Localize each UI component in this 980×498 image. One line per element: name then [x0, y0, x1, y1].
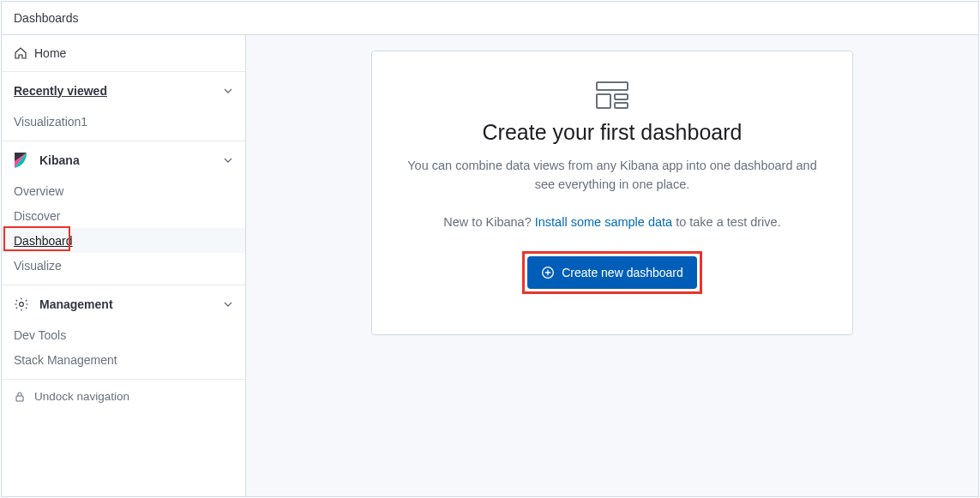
chevron-down-icon [223, 299, 233, 309]
empty-state-description: You can combine data views from any Kiba… [406, 157, 818, 195]
install-sample-data-link[interactable]: Install some sample data [535, 215, 672, 229]
sidebar-home[interactable]: Home [2, 35, 245, 71]
svg-point-2 [20, 302, 24, 306]
breadcrumb-title: Dashboards [14, 11, 79, 25]
sidebar-item-label: Stack Management [14, 353, 117, 367]
sidebar-item-visualize[interactable]: Visualize [2, 253, 245, 278]
lock-icon [14, 391, 34, 403]
breadcrumb-bar: Dashboards [2, 2, 978, 35]
sidebar-item-label: Discover [14, 209, 60, 223]
recently-viewed-item-label: Visualization1 [14, 115, 87, 129]
plus-circle-icon [541, 266, 555, 279]
app-body: Home Recently viewed Visualization1 [2, 35, 978, 496]
sidebar-item-label: Dev Tools [14, 328, 66, 342]
gear-icon [14, 297, 39, 312]
undock-navigation[interactable]: Undock navigation [2, 379, 245, 413]
sidebar-item-dashboard-wrap: Dashboard [0, 228, 245, 253]
kibana-list: Overview Discover Dashboard Visualize [2, 178, 245, 285]
app-frame: Dashboards Home Recently viewed V [1, 1, 979, 497]
sidebar-item-overview[interactable]: Overview [2, 178, 245, 203]
empty-state-sample-line: New to Kibana? Install some sample data … [443, 215, 780, 229]
sidebar-item-stack-management[interactable]: Stack Management [2, 347, 245, 372]
sample-prefix: New to Kibana? [443, 215, 534, 229]
create-button-label: Create new dashboard [562, 266, 683, 279]
sidebar-item-label: Dashboard [14, 234, 73, 248]
sidebar-section-management[interactable]: Management [2, 285, 245, 322]
sidebar-item-devtools[interactable]: Dev Tools [2, 322, 245, 347]
create-new-dashboard-button[interactable]: Create new dashboard [527, 256, 697, 289]
sidebar: Home Recently viewed Visualization1 [2, 35, 246, 496]
create-button-highlight-wrap: Create new dashboard [522, 251, 702, 294]
home-icon [14, 46, 34, 60]
main-content: Create your first dashboard You can comb… [246, 35, 978, 496]
kibana-logo-icon [14, 152, 39, 169]
sidebar-item-dashboard[interactable]: Dashboard [2, 228, 245, 253]
svg-rect-7 [615, 103, 628, 108]
sidebar-section-recently-viewed[interactable]: Recently viewed [2, 71, 245, 109]
dashboard-icon [595, 81, 629, 110]
sidebar-item-discover[interactable]: Discover [2, 203, 245, 228]
sidebar-item-label: Overview [14, 184, 63, 198]
management-list: Dev Tools Stack Management [2, 322, 245, 379]
svg-rect-3 [16, 396, 23, 401]
sidebar-item-label: Visualize [14, 259, 62, 273]
recently-viewed-label: Recently viewed [14, 84, 223, 98]
svg-rect-5 [597, 94, 610, 108]
undock-label: Undock navigation [34, 390, 129, 403]
recently-viewed-list: Visualization1 [2, 109, 245, 141]
recently-viewed-item[interactable]: Visualization1 [2, 109, 245, 134]
sidebar-home-label: Home [34, 46, 233, 60]
svg-rect-4 [597, 82, 628, 90]
svg-rect-6 [615, 94, 628, 99]
chevron-down-icon [223, 155, 233, 165]
chevron-down-icon [223, 86, 233, 96]
empty-state-title: Create your first dashboard [483, 120, 743, 145]
empty-state-card: Create your first dashboard You can comb… [371, 51, 853, 335]
kibana-section-label: Kibana [39, 153, 223, 167]
management-section-label: Management [39, 297, 223, 311]
sidebar-section-kibana[interactable]: Kibana [2, 141, 245, 178]
sample-suffix: to take a test drive. [672, 215, 781, 229]
